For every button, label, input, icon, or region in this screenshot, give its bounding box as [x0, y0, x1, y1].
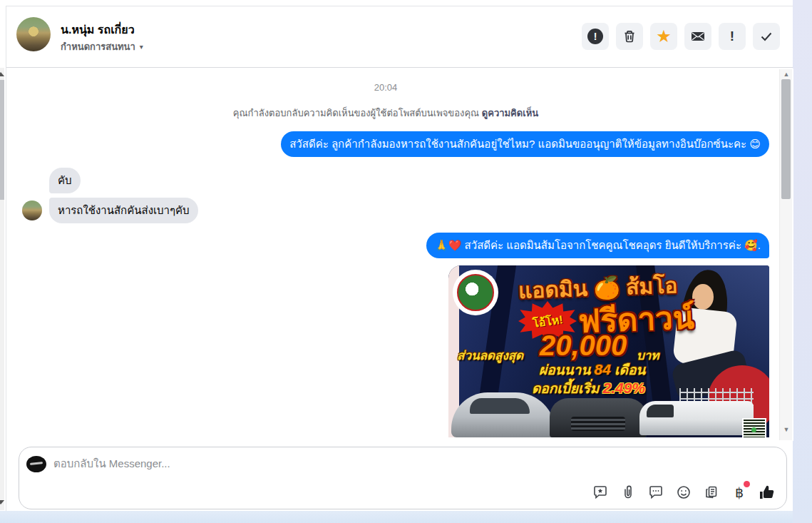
view-comment-link[interactable]: ดูความคิดเห็น	[482, 108, 538, 118]
comment-star-icon	[592, 484, 609, 501]
reply-input[interactable]	[53, 452, 595, 474]
exclamation-icon: !	[730, 29, 734, 44]
smiley-icon	[675, 484, 692, 501]
exclamation-circle-icon: !	[587, 29, 603, 44]
saved-replies-button[interactable]	[591, 483, 610, 502]
comment-dots-icon	[647, 484, 664, 501]
flag-follow-up-button[interactable]: ★	[650, 23, 677, 50]
mark-as-unread-button[interactable]	[684, 23, 711, 50]
ad-image-attachment[interactable]: แอดมิน 🍊 ส้มโอ โอ้โห! ฟรีดาวน์ ส่วนลดสูง…	[448, 265, 769, 437]
ad-installment-suffix: เดือน	[615, 362, 645, 377]
ad-woman-face	[692, 284, 714, 310]
dealer-logo	[453, 270, 498, 315]
like-button[interactable]	[758, 483, 776, 502]
reply-composer: ฿	[19, 447, 787, 509]
header-action-buttons: ! ★	[582, 23, 780, 50]
conversation-header: น.หนุ่ม รถเกี่ยว กำหนดการสนทนา ▾ ! ★	[6, 6, 793, 68]
contact-name[interactable]: น.หนุ่ม รถเกี่ยว	[61, 21, 135, 39]
schedule-conversation-dropdown[interactable]: กำหนดการสนทนา ▾	[61, 39, 143, 54]
qr-code	[742, 418, 766, 437]
notification-dot	[744, 481, 750, 487]
mark-as-done-button[interactable]	[753, 23, 780, 50]
envelope-icon	[690, 30, 706, 43]
scroll-down-arrow-icon[interactable]	[0, 500, 4, 504]
ad-discount-amount: 20,000	[540, 330, 627, 362]
saved-templates-button[interactable]	[702, 483, 721, 502]
message-list[interactable]: 20:04 คุณกำลังตอบกลับความคิดเห็นของผู้ใช…	[6, 68, 793, 441]
report-block-button[interactable]: !	[582, 23, 609, 50]
left-panel-scrollbar[interactable]	[0, 68, 4, 510]
message-bubble-outgoing[interactable]: 🙏❤️ สวัสดีค่ะ แอดมินส้มโอจากโชคคูณโชคอุด…	[426, 233, 769, 258]
ad-interest-line: ดอกเบี้ยเริ่ม 2.49%	[532, 377, 645, 399]
comment-button[interactable]	[647, 483, 665, 502]
system-notice-text: คุณกำลังตอบกลับความคิดเห็นของผู้ใช้ต่อโพ…	[233, 108, 479, 118]
message-bubble-outgoing[interactable]: สวัสดีค่ะ ลูกค้ากำลังมองหารถใช้งานสักคัน…	[281, 131, 769, 157]
ad-installment-prefix: ผ่อนนาน	[539, 362, 590, 377]
ad-burst-text: โอ้โห!	[531, 310, 564, 332]
contact-avatar[interactable]	[16, 17, 51, 51]
page-avatar	[26, 456, 46, 472]
scrollbar-thumb[interactable]	[0, 80, 4, 200]
ad-installment-number: 84	[594, 361, 610, 377]
attach-file-button[interactable]	[619, 483, 637, 502]
payment-button[interactable]: ฿	[730, 483, 749, 502]
ad-car-dark	[550, 398, 647, 437]
message-bubble-incoming[interactable]: หารถใช้งานสักคันส่งเบาๆคับ	[49, 198, 198, 223]
trash-icon	[622, 29, 637, 44]
chat-panel: น.หนุ่ม รถเกี่ยว กำหนดการสนทนา ▾ ! ★	[6, 6, 793, 511]
system-notice: คุณกำลังตอบกลับความคิดเห็นของผู้ใช้ต่อโพ…	[6, 106, 765, 121]
emoji-button[interactable]	[674, 483, 693, 502]
message-bubble-incoming[interactable]: คับ	[49, 168, 81, 193]
chat-scrollbar[interactable]: ▲ ▼	[779, 69, 792, 440]
delete-conversation-button[interactable]	[616, 23, 643, 50]
conversation-timestamp: 20:04	[6, 82, 765, 93]
scroll-up-arrow-icon[interactable]: ▲	[780, 71, 793, 78]
thumbs-up-icon	[758, 483, 776, 502]
check-icon	[759, 29, 774, 44]
scrollbar-thumb[interactable]	[781, 79, 791, 199]
ad-pickup-truck	[639, 388, 756, 437]
baht-icon: ฿	[735, 484, 744, 501]
copy-docs-icon	[703, 484, 720, 501]
ad-discount-prefix: ส่วนลดสูงสุด	[457, 345, 523, 365]
page-background-bottom	[0, 511, 793, 523]
mark-important-button[interactable]: !	[719, 23, 746, 50]
star-icon: ★	[656, 28, 672, 45]
schedule-label: กำหนดการสนทนา	[61, 39, 135, 54]
messenger-inbox-screen: น.หนุ่ม รถเกี่ยว กำหนดการสนทนา ▾ ! ★	[0, 0, 812, 523]
chevron-down-icon: ▾	[140, 43, 143, 51]
scroll-up-arrow-icon[interactable]	[0, 72, 4, 76]
composer-toolbar: ฿	[591, 483, 776, 502]
ad-interest-prefix: ดอกเบี้ยเริ่ม	[532, 381, 599, 396]
page-background-right	[793, 0, 812, 523]
scroll-down-arrow-icon[interactable]: ▼	[780, 426, 793, 433]
paperclip-icon	[620, 484, 637, 501]
sender-avatar[interactable]	[22, 200, 42, 220]
